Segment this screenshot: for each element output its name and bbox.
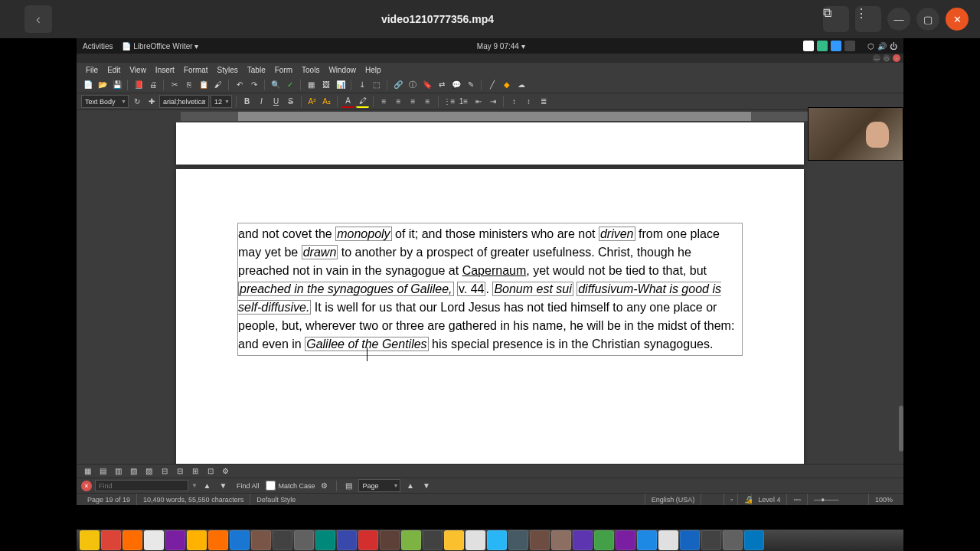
copy-icon[interactable]: ⎘ (182, 78, 195, 91)
document-workspace[interactable]: and not covet the monopoly of it; and th… (77, 122, 903, 464)
taskbar-app-icon[interactable] (466, 530, 485, 550)
activities-button[interactable]: Activities (83, 42, 113, 51)
font-color-icon[interactable]: A (341, 95, 354, 108)
volume-icon[interactable]: 🔊 (877, 42, 887, 51)
justify-icon[interactable]: ≡ (421, 95, 434, 108)
field-icon[interactable]: ⬚ (370, 78, 383, 91)
maximize-button[interactable]: ▢ (916, 8, 939, 31)
taskbar-app-icon[interactable] (80, 530, 100, 550)
increase-space-icon[interactable]: ↕ (508, 95, 521, 108)
taskbar-app-icon[interactable] (101, 530, 121, 550)
strike-icon[interactable]: S (284, 95, 297, 108)
subscript-icon[interactable]: A₂ (320, 95, 333, 108)
hyperlink-icon[interactable]: 🔗 (391, 78, 404, 91)
taskbar-app-icon[interactable] (594, 530, 614, 550)
status-insert-mode[interactable] (701, 494, 724, 505)
image-icon[interactable]: 🖼 (319, 78, 332, 91)
taskbar-app-icon[interactable] (616, 530, 635, 550)
print-icon[interactable]: 🖨 (146, 78, 159, 91)
status-wordcount[interactable]: 10,490 words, 55,550 characters (137, 494, 250, 505)
col-right-icon[interactable]: ▨ (142, 465, 155, 478)
navigate-by-combo[interactable]: Page▼ (358, 479, 400, 492)
decrease-space-icon[interactable]: ↕ (522, 95, 535, 108)
find-close-icon[interactable]: × (81, 481, 92, 491)
menu-tools[interactable]: Tools (297, 64, 324, 76)
page-break-icon[interactable]: ⤓ (355, 78, 368, 91)
menu-view[interactable]: View (125, 64, 151, 76)
nav-prev-icon[interactable]: ▲ (403, 479, 416, 492)
align-right-icon[interactable]: ≡ (407, 95, 420, 108)
font-size-combo[interactable]: 12▼ (211, 95, 232, 108)
tray-icon[interactable] (817, 41, 828, 51)
taskbar-app-icon[interactable] (401, 530, 421, 550)
status-signature[interactable]: 🔏 (738, 494, 752, 505)
merge-icon[interactable]: ⊞ (188, 465, 201, 478)
status-zoom[interactable]: 100% (869, 494, 899, 505)
optimize-icon[interactable]: ⚙ (219, 465, 232, 478)
split-icon[interactable]: ⊡ (204, 465, 217, 478)
page-current[interactable]: and not covet the monopoly of it; and th… (176, 169, 804, 464)
taskbar-app-icon[interactable] (315, 530, 335, 550)
taskbar-app-icon[interactable] (658, 530, 678, 550)
track-changes-icon[interactable]: ✎ (464, 78, 477, 91)
menu-insert[interactable]: Insert (151, 64, 179, 76)
font-name-combo[interactable]: arial;helvetica▼ (159, 95, 209, 108)
clock[interactable]: May 9 07:44 (477, 42, 519, 51)
col-left-icon[interactable]: ▧ (127, 465, 140, 478)
status-zoom-slider[interactable]: —●—— (808, 494, 869, 505)
taskbar-app-icon[interactable] (508, 530, 528, 550)
highlight-icon[interactable]: 🖍 (356, 95, 369, 108)
update-style-icon[interactable]: ↻ (130, 95, 143, 108)
taskbar-app-icon[interactable] (122, 530, 142, 550)
close-button[interactable]: ✕ (946, 8, 969, 31)
new-style-icon[interactable]: ✚ (145, 95, 158, 108)
taskbar-app-icon[interactable] (723, 530, 743, 550)
new-icon[interactable]: 📄 (81, 78, 94, 91)
menu-form[interactable]: Form (270, 64, 297, 76)
nav-next-icon[interactable]: ▼ (420, 479, 433, 492)
taskbar-app-icon[interactable] (273, 530, 292, 550)
find-options-icon[interactable]: ⚙ (318, 479, 331, 492)
taskbar-app-icon[interactable] (358, 530, 378, 550)
status-level[interactable]: Level 4 (752, 494, 787, 505)
match-case-checkbox[interactable]: Match Case (266, 481, 315, 491)
spellcheck-icon[interactable]: ✓ (283, 78, 296, 91)
export-pdf-icon[interactable]: 📕 (132, 78, 145, 91)
align-center-icon[interactable]: ≡ (392, 95, 405, 108)
bold-icon[interactable]: B (240, 95, 253, 108)
bookmark-icon[interactable]: 🔖 (420, 78, 433, 91)
power-icon[interactable]: ⏻ (890, 42, 897, 51)
cut-icon[interactable]: ✂ (168, 78, 181, 91)
find-all-button[interactable]: Find All (233, 481, 263, 491)
footnote-icon[interactable]: ⓘ (406, 78, 419, 91)
picture-in-picture-button[interactable]: ⧉ (823, 6, 849, 32)
open-icon[interactable]: 📂 (96, 78, 109, 91)
tray-icon[interactable] (844, 41, 855, 51)
taskbar-app-icon[interactable] (551, 530, 571, 550)
taskbar-app-icon[interactable] (251, 530, 271, 550)
taskbar-app-icon[interactable] (230, 530, 250, 550)
taskbar-app-icon[interactable] (573, 530, 593, 550)
taskbar-app-icon[interactable] (680, 530, 700, 550)
menu-help[interactable]: Help (361, 64, 386, 76)
find-next-icon[interactable]: ▼ (217, 479, 230, 492)
italic-icon[interactable]: I (255, 95, 268, 108)
minimize-button[interactable]: — (887, 8, 910, 31)
paste-icon[interactable]: 📋 (197, 78, 210, 91)
status-page[interactable]: Page 19 of 19 (81, 494, 137, 505)
table-icon[interactable]: ▦ (305, 78, 318, 91)
tray-icon[interactable] (803, 41, 814, 51)
taskbar-app-icon[interactable] (294, 530, 314, 550)
delete-col-icon[interactable]: ⊟ (173, 465, 186, 478)
table-insert-icon[interactable]: ▦ (81, 465, 94, 478)
taskbar-app-icon[interactable] (701, 530, 721, 550)
paragraph-style-combo[interactable]: Text Body▼ (81, 95, 129, 108)
menu-file[interactable]: File (81, 64, 103, 76)
find-icon[interactable]: 🔍 (269, 78, 282, 91)
align-left-icon[interactable]: ≡ (377, 95, 390, 108)
window-minimize-icon[interactable]: — (873, 54, 880, 62)
save-icon[interactable]: 💾 (110, 78, 123, 91)
superscript-icon[interactable]: A² (305, 95, 318, 108)
find-prev-icon[interactable]: ▲ (201, 479, 214, 492)
taskbar-app-icon[interactable] (487, 530, 507, 550)
